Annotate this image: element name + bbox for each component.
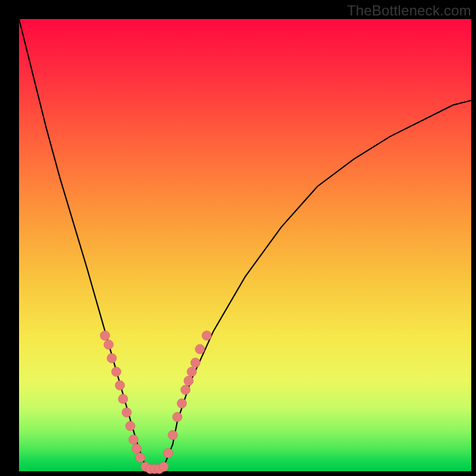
data-point: [132, 444, 142, 453]
data-point: [118, 394, 128, 403]
data-point: [107, 353, 117, 363]
data-point: [111, 367, 121, 377]
data-point: [159, 462, 168, 471]
data-point: [168, 430, 177, 440]
data-point: [177, 399, 187, 408]
data-point: [184, 376, 193, 386]
chart-frame: TheBottleneck.com: [0, 0, 476, 476]
data-point: [164, 449, 173, 458]
data-point: [100, 331, 109, 340]
curve-layer: [19, 19, 471, 471]
data-point: [126, 421, 135, 431]
data-point: [202, 331, 211, 340]
data-point: [181, 385, 190, 394]
data-point: [136, 453, 145, 462]
data-point: [187, 367, 196, 377]
highlighted-points: [100, 331, 211, 474]
watermark-text: TheBottleneck.com: [347, 2, 471, 19]
data-point: [115, 381, 125, 390]
data-point: [104, 340, 114, 349]
bottleneck-curve: [19, 19, 471, 471]
data-point: [190, 358, 200, 368]
data-point: [173, 412, 182, 422]
data-point: [122, 408, 131, 417]
data-point: [195, 345, 205, 354]
data-point: [129, 435, 138, 444]
plot-area: [19, 19, 471, 471]
